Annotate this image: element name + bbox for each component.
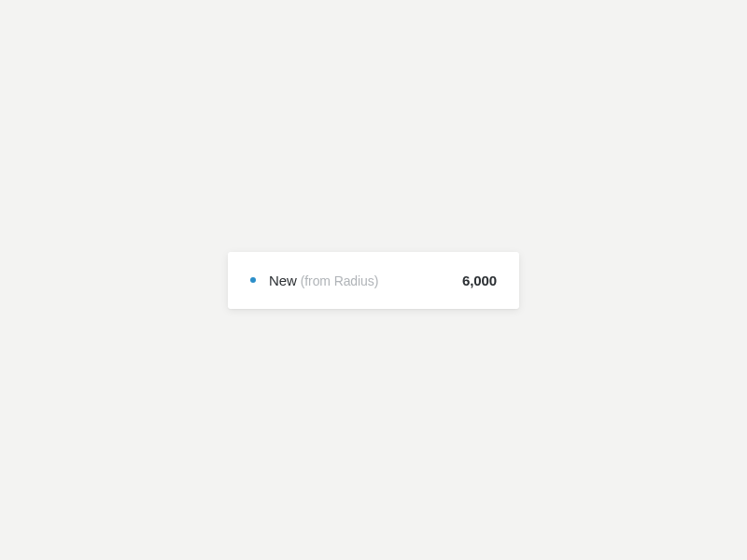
label-text-group: New (from Radius) [269,273,378,288]
status-dot-icon [250,277,256,283]
metric-label-group: New (from Radius) [250,273,378,288]
metric-value: 6,000 [462,273,497,288]
metric-card: New (from Radius) 6,000 [228,252,519,309]
metric-label: New [269,273,297,288]
metric-sub-label: (from Radius) [301,273,379,288]
